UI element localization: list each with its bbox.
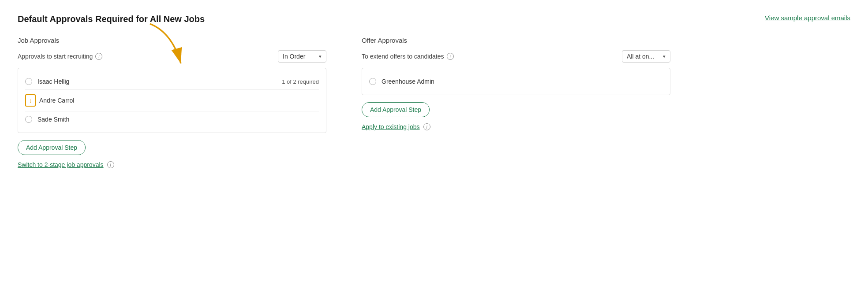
switch-info-icon[interactable]: i [107, 161, 114, 168]
job-order-dropdown-value: In Order [283, 53, 305, 60]
apply-link-row: Apply to existing jobs i [362, 123, 670, 130]
job-approvals-info-icon[interactable]: i [95, 53, 102, 60]
approver-name-1: Andre Carrol [39, 97, 74, 104]
approver-radio-2[interactable] [25, 116, 32, 123]
switch-link-row: Switch to 2-stage job approvals i [18, 161, 326, 168]
job-approvals-title: Job Approvals [18, 37, 326, 44]
offer-approver-row-0: Greenhouse Admin [369, 74, 663, 89]
apply-info-icon[interactable]: i [423, 123, 430, 130]
offer-approvals-label: To extend offers to candidates i [362, 53, 454, 60]
offer-order-dropdown-value: All at on... [627, 53, 654, 60]
offer-approver-name-0: Greenhouse Admin [382, 78, 434, 85]
offer-dropdown-chevron-icon: ▾ [663, 54, 666, 59]
job-approver-row-1: ↓ Andre Carrol [25, 90, 319, 111]
job-add-approval-step-button[interactable]: Add Approval Step [18, 140, 86, 155]
apply-to-existing-jobs-link[interactable]: Apply to existing jobs [362, 123, 420, 130]
job-approvals-label: Approvals to start recruiting i [18, 53, 102, 60]
offer-add-approval-step-button[interactable]: Add Approval Step [362, 102, 430, 117]
offer-approvals-label-text: To extend offers to candidates [362, 53, 444, 60]
offer-approver-radio-0[interactable] [369, 78, 376, 85]
job-approvals-box: Isaac Hellig 1 of 2 required ↓ Andre Car… [18, 68, 326, 133]
view-sample-link[interactable]: View sample approval emails [765, 14, 850, 22]
offer-approvals-column: Offer Approvals To extend offers to cand… [362, 37, 670, 168]
job-approver-row-0: Isaac Hellig 1 of 2 required [25, 74, 319, 90]
offer-approvals-title: Offer Approvals [362, 37, 670, 44]
switch-to-2stage-link[interactable]: Switch to 2-stage job approvals [18, 161, 104, 168]
approver-radio-0[interactable] [25, 78, 32, 85]
offer-approvals-info-icon[interactable]: i [447, 53, 454, 60]
offer-approvals-box: Greenhouse Admin [362, 68, 670, 95]
job-approvals-column: Job Approvals Approvals to start recruit… [18, 37, 326, 168]
approver-name-2: Sade Smith [37, 116, 69, 123]
job-approvals-label-text: Approvals to start recruiting [18, 53, 93, 60]
offer-order-dropdown[interactable]: All at on... ▾ [622, 50, 670, 63]
dropdown-chevron-icon: ▾ [319, 54, 322, 59]
offer-approvals-header: To extend offers to candidates i All at … [362, 50, 670, 63]
job-approvals-header: Approvals to start recruiting i In Order… [18, 50, 326, 63]
job-order-dropdown[interactable]: In Order ▾ [278, 50, 326, 63]
drag-handle-icon[interactable]: ↓ [25, 94, 36, 107]
approver-name-0: Isaac Hellig [37, 78, 69, 85]
approver-badge-0: 1 of 2 required [282, 78, 319, 85]
job-approver-row-2: Sade Smith [25, 111, 319, 127]
page-title: Default Approvals Required for All New J… [18, 14, 205, 24]
